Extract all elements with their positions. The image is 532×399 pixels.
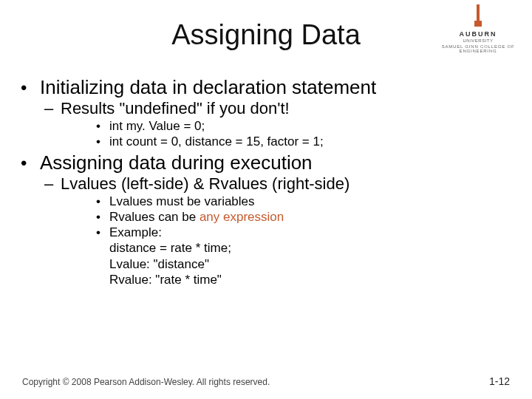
bullet-text: Results "undefined" if you don't!: [61, 99, 290, 118]
text-accent: any expression: [200, 210, 284, 224]
bullet-text: Example:: [109, 225, 162, 240]
auburn-logo: AUBURN UNIVERSITY SAMUEL GINN COLLEGE OF…: [437, 4, 519, 53]
bullet-text: Lvalues (left-side) & Rvalues (right-sid…: [61, 174, 349, 194]
bullet-icon: •: [96, 210, 109, 225]
logo-name: AUBURN: [437, 30, 519, 38]
example-line: distance = rate * time;: [109, 240, 511, 256]
dash-icon: –: [44, 99, 61, 118]
list-item: • Example: distance = rate * time; Lvalu…: [96, 225, 511, 287]
content-list: • Initializing data in declaration state…: [21, 76, 511, 287]
text-pre: Rvalues can be: [109, 210, 200, 224]
bullet-text: int count = 0, distance = 15, factor = 1…: [109, 134, 324, 149]
list-item: • Initializing data in declaration state…: [21, 76, 511, 150]
tower-icon: [471, 4, 485, 28]
list-item: • Lvalues must be variables: [96, 194, 511, 209]
logo-sub1: UNIVERSITY: [437, 38, 519, 43]
bullet-icon: •: [96, 134, 109, 149]
slide: AUBURN UNIVERSITY SAMUEL GINN COLLEGE OF…: [0, 0, 532, 399]
bullet-icon: •: [96, 194, 109, 209]
logo-sub2: SAMUEL GINN COLLEGE OF ENGINEERING: [437, 44, 519, 53]
copyright-text: Copyright © 2008 Pearson Addison-Wesley.…: [22, 377, 270, 387]
list-item: – Lvalues (left-side) & Rvalues (right-s…: [44, 174, 511, 288]
list-item: – Results "undefined" if you don't! • in…: [44, 99, 511, 150]
bullet-text: Assigning data during execution: [40, 151, 313, 174]
bullet-text: Initializing data in declaration stateme…: [40, 76, 376, 99]
list-item: • int count = 0, distance = 15, factor =…: [96, 134, 511, 149]
bullet-icon: •: [21, 153, 40, 174]
bullet-text: Rvalues can be any expression: [109, 209, 284, 225]
list-item: • Assigning data during execution – Lval…: [21, 151, 511, 288]
example-line: Rvalue: "rate * time": [109, 272, 511, 287]
list-item: • int my. Value = 0;: [96, 118, 511, 134]
bullet-icon: •: [96, 119, 109, 134]
bullet-text: int my. Value = 0;: [109, 118, 205, 134]
list-item: • Rvalues can be any expression: [96, 209, 511, 225]
bullet-icon: •: [21, 78, 40, 98]
bullet-text: Lvalues must be variables: [109, 194, 255, 209]
dash-icon: –: [44, 174, 61, 194]
page-number: 1-12: [489, 375, 510, 387]
example-line: Lvalue: "distance": [109, 256, 511, 272]
bullet-icon: •: [96, 225, 109, 240]
